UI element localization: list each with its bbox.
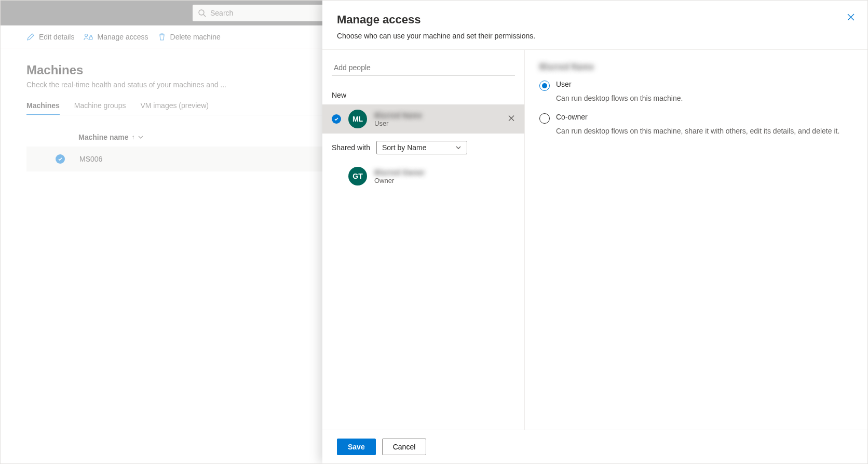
delete-machine-label: Delete machine bbox=[170, 33, 221, 41]
people-column: New ML Blurred Name User Shared wit bbox=[322, 50, 525, 430]
person-info: Blurred Name User bbox=[374, 111, 422, 127]
svg-point-2 bbox=[85, 34, 88, 36]
tab-machines[interactable]: Machines bbox=[26, 101, 60, 115]
radio-coowner[interactable]: Co-owner bbox=[539, 113, 853, 124]
search-placeholder: Search bbox=[210, 9, 233, 17]
x-icon bbox=[508, 115, 515, 122]
row-machine-name: MS006 bbox=[79, 155, 102, 163]
add-people-input[interactable] bbox=[332, 60, 515, 75]
tab-vm-images[interactable]: VM images (preview) bbox=[140, 101, 208, 115]
close-button[interactable] bbox=[847, 13, 855, 23]
manage-access-button[interactable]: Manage access bbox=[84, 33, 148, 41]
avatar: ML bbox=[348, 110, 367, 128]
person-role: User bbox=[374, 120, 422, 127]
person-checked-icon bbox=[332, 114, 341, 124]
sort-dropdown[interactable]: Sort by Name bbox=[376, 141, 467, 154]
new-section-label: New bbox=[322, 83, 524, 104]
panel-header: Manage access Choose who can use your ma… bbox=[322, 1, 867, 50]
person-info: Blurred Owner Owner bbox=[374, 168, 425, 184]
person-name: Blurred Name bbox=[374, 111, 422, 120]
radio-coowner-desc: Can run desktop flows on this machine, s… bbox=[556, 127, 853, 135]
person-name: Blurred Owner bbox=[374, 168, 425, 177]
panel-title: Manage access bbox=[337, 13, 853, 26]
sort-asc-icon: ↑ bbox=[131, 134, 134, 141]
panel-body: New ML Blurred Name User Shared wit bbox=[322, 50, 867, 430]
manage-access-panel: Manage access Choose who can use your ma… bbox=[322, 1, 867, 463]
delete-machine-button[interactable]: Delete machine bbox=[158, 33, 221, 41]
radio-coowner-label: Co-owner bbox=[556, 113, 588, 124]
edit-details-button[interactable]: Edit details bbox=[26, 33, 74, 41]
chevron-down-icon bbox=[455, 144, 462, 151]
radio-icon bbox=[539, 113, 550, 124]
share-lock-icon bbox=[84, 33, 93, 41]
svg-point-0 bbox=[199, 10, 204, 15]
panel-footer: Save Cancel bbox=[322, 430, 867, 463]
search-icon bbox=[198, 9, 206, 17]
cancel-button[interactable]: Cancel bbox=[382, 439, 427, 455]
radio-user[interactable]: User bbox=[539, 80, 853, 91]
edit-details-label: Edit details bbox=[39, 33, 74, 41]
person-role: Owner bbox=[374, 177, 425, 184]
close-icon bbox=[847, 13, 855, 21]
trash-icon bbox=[158, 33, 166, 41]
shared-person-row[interactable]: GT Blurred Owner Owner bbox=[322, 162, 524, 191]
sort-value: Sort by Name bbox=[382, 143, 427, 152]
shared-with-row: Shared with Sort by Name bbox=[322, 134, 524, 162]
col-machine-name: Machine name bbox=[78, 133, 128, 141]
svg-rect-3 bbox=[89, 37, 92, 39]
avatar: GT bbox=[348, 167, 367, 185]
chevron-down-icon bbox=[138, 134, 144, 140]
new-person-row[interactable]: ML Blurred Name User bbox=[322, 104, 524, 134]
radio-icon bbox=[539, 81, 550, 91]
svg-line-1 bbox=[204, 15, 206, 17]
manage-access-label: Manage access bbox=[97, 33, 148, 41]
remove-person-button[interactable] bbox=[508, 115, 515, 124]
radio-user-label: User bbox=[556, 80, 572, 91]
panel-subtitle: Choose who can use your machine and set … bbox=[337, 32, 853, 40]
permissions-column: Blurred Name User Can run desktop flows … bbox=[525, 50, 867, 430]
row-checked-icon[interactable] bbox=[56, 154, 65, 164]
radio-user-desc: Can run desktop flows on this machine. bbox=[556, 94, 853, 102]
tab-machine-groups[interactable]: Machine groups bbox=[74, 101, 126, 115]
save-button[interactable]: Save bbox=[337, 439, 376, 455]
selected-person-title: Blurred Name bbox=[539, 62, 853, 72]
shared-with-label: Shared with bbox=[332, 143, 370, 152]
pencil-icon bbox=[26, 33, 35, 41]
